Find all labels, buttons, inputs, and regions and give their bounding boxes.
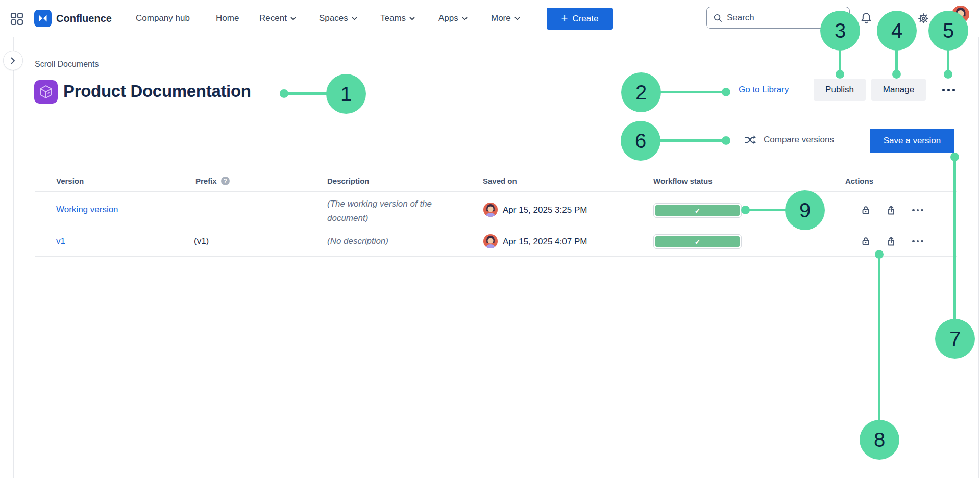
chevron-down-icon [290,17,296,20]
chevron-down-icon [409,17,415,20]
workflow-status-bar[interactable]: ✓ [653,203,742,218]
version-link[interactable]: v1 [56,236,65,246]
create-button[interactable]: + Create [547,8,613,30]
brand-name: Confluence [56,0,112,37]
annotation-dot-1 [280,89,288,98]
annotation-dot-3 [836,70,844,79]
annotation-dot-8 [875,250,884,259]
workflow-status-fill: ✓ [655,236,740,247]
sidebar-divider [13,37,14,478]
column-header-actions: Actions [845,177,873,185]
search-icon [713,13,722,23]
share-export-icon[interactable] [885,235,897,247]
compare-shuffle-icon [744,134,758,146]
version-prefix: (v1) [194,236,209,246]
more-actions-button[interactable] [939,82,958,98]
saved-on-date: Apr 15, 2025 4:07 PM [503,237,587,247]
chevron-down-icon [462,17,468,20]
annotation-dot-9 [741,206,750,214]
description-line: (No description) [327,234,388,248]
go-to-library-link[interactable]: Go to Library [739,85,789,95]
lock-version-icon[interactable] [860,204,872,216]
nav-item-label: Spaces [319,13,348,23]
save-a-version-button[interactable]: Save a version [870,129,954,153]
annotation-dot-5 [944,70,952,79]
nav-item-label: Company hub [136,13,190,23]
row-more-actions-button[interactable] [910,204,925,216]
annotation-line-8 [878,254,880,440]
share-export-icon[interactable] [885,204,897,216]
prefix-help-icon[interactable]: ? [221,177,230,185]
annotation-dot-4 [892,70,901,79]
manage-button[interactable]: Manage [871,79,926,101]
nav-item-apps[interactable]: Apps [438,0,468,37]
page-title: Product Documentation [63,82,251,101]
check-icon: ✓ [695,207,701,215]
version-description: (The working version of the document) [327,197,432,225]
app-switcher-icon[interactable] [10,12,23,26]
row-more-actions-button[interactable] [910,235,925,247]
annotation-marker-5: 5 [928,11,968,51]
annotation-marker-4: 4 [877,11,917,51]
breadcrumb[interactable]: Scroll Documents [35,60,99,69]
annotation-marker-3: 3 [820,11,860,51]
nav-item-label: Recent [259,13,287,23]
annotation-marker-6: 6 [621,121,660,161]
document-package-icon [34,80,58,104]
chevron-down-icon [514,17,520,20]
column-header-prefix: Prefix ? [195,177,230,185]
workflow-status-bar[interactable]: ✓ [653,234,742,249]
annotation-marker-1: 1 [326,74,366,114]
column-header-version: Version [56,177,84,185]
nav-item-label: Apps [438,13,458,23]
publish-button[interactable]: Publish [814,79,866,101]
more-icon [947,89,950,91]
more-icon [942,89,945,91]
nav-item-more[interactable]: More [491,0,520,37]
annotation-dot-2 [722,88,730,96]
version-link[interactable]: Working version [56,205,118,215]
annotation-marker-8: 8 [860,420,899,460]
create-button-label: Create [572,14,598,24]
compare-versions-label: Compare versions [764,135,834,145]
lock-version-icon[interactable] [860,235,872,247]
nav-item-teams[interactable]: Teams [380,0,415,37]
more-icon [952,89,955,91]
annotation-marker-9: 9 [785,190,825,230]
nav-item-label: Teams [380,13,406,23]
check-icon: ✓ [695,238,701,246]
plus-icon: + [561,13,568,24]
annotation-dot-6 [722,136,730,145]
nav-item-recent[interactable]: Recent [259,0,296,37]
nav-item-home[interactable]: Home [216,0,239,37]
confluence-scroll-documents-page: Confluence Company hub Home Recent Space… [0,0,980,478]
workflow-status-fill: ✓ [655,205,740,216]
column-header-workflow-status: Workflow status [653,177,713,185]
saved-by-avatar [483,203,498,217]
saved-on-date: Apr 15, 2025 3:25 PM [503,205,587,215]
settings-gear-icon[interactable] [916,11,930,26]
nav-item-label: More [491,13,511,23]
nav-item-company-hub[interactable]: Company hub [136,0,190,37]
nav-item-spaces[interactable]: Spaces [319,0,357,37]
column-header-description: Description [327,177,370,185]
description-line: (The working version of the [327,197,432,211]
expand-sidebar-button[interactable] [3,51,23,70]
annotation-dot-7 [950,153,959,161]
compare-versions-button[interactable]: Compare versions [744,134,834,146]
saved-by-avatar [483,234,498,248]
annotation-marker-2: 2 [621,72,661,112]
column-header-saved-on: Saved on [483,177,517,185]
confluence-logo-icon[interactable] [34,10,52,27]
table-header-divider [35,191,957,192]
annotation-marker-7: 7 [935,319,975,359]
content-right-border [978,37,979,478]
chevron-right-icon [11,57,15,64]
nav-item-label: Home [216,13,239,23]
column-header-label: Prefix [195,177,217,185]
annotation-line-7 [953,156,956,339]
version-description: (No description) [327,234,388,248]
notifications-bell-icon[interactable] [859,11,873,26]
table-bottom-divider [35,256,957,257]
description-line: document) [327,211,432,225]
